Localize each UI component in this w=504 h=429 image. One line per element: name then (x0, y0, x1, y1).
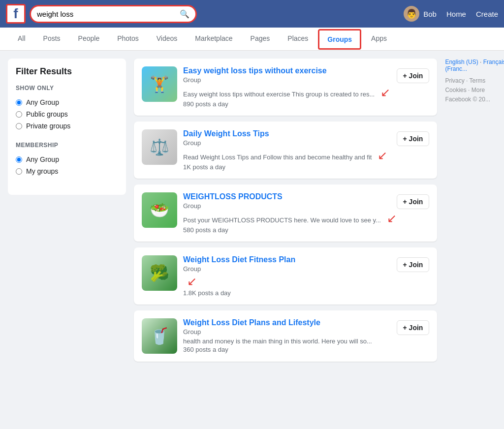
group-thumbnail-1: 🏋️ (142, 66, 177, 102)
filter-sidebar: Filter Results SHOW ONLY Any Group Publi… (8, 59, 126, 195)
group-name-2[interactable]: Daily Weight Loss Tips (183, 129, 397, 138)
filter-title: Filter Results (16, 66, 118, 77)
group-thumbnail-2: ⚖️ (142, 129, 177, 165)
show-only-section: SHOW ONLY Any Group Public groups Privat… (16, 85, 118, 132)
card-inner-1: Easy weight loss tips without exercise G… (183, 66, 429, 108)
more-link[interactable]: More (472, 87, 485, 93)
tab-people[interactable]: People (70, 28, 108, 51)
filter-public-groups-label: Public groups (26, 110, 68, 118)
filter-private-groups-label: Private groups (26, 122, 70, 130)
join-button-1[interactable]: + Join (397, 68, 430, 83)
group-type-5: Group (183, 328, 397, 336)
user-info: 👨 Bob (404, 6, 437, 22)
join-button-2[interactable]: + Join (397, 131, 430, 146)
footer-links: Privacy · Terms Cookies · More Facebook … (445, 76, 504, 105)
group-content-1: Easy weight loss tips without exercise G… (183, 66, 397, 108)
group-type-4: Group (183, 265, 397, 273)
filter-private-groups[interactable]: Private groups (16, 120, 118, 132)
privacy-link[interactable]: Privacy (445, 77, 464, 84)
card-inner-5: Weight Loss Diet Plans and Lifestyle Gro… (183, 318, 429, 353)
group-card-4: 🥦 Weight Loss Diet Fitness Plan Group ↙ … (134, 247, 437, 305)
group-card-3: 🥗 WEIGHTLOSS PRODUCTS Group Post your WE… (134, 184, 437, 242)
group-action-3: + Join (397, 192, 430, 209)
terms-link[interactable]: Terms (470, 77, 486, 84)
filter-any-group[interactable]: Any Group (16, 96, 118, 108)
show-only-label: SHOW ONLY (16, 85, 118, 92)
card-inner-2: Daily Weight Loss Tips Group Read Weight… (183, 129, 429, 171)
group-posts-4: 1.8K posts a day (183, 289, 397, 297)
lang-english[interactable]: English (US) (445, 59, 478, 65)
tab-videos[interactable]: Videos (149, 28, 186, 51)
user-name[interactable]: Bob (423, 10, 437, 18)
group-desc-3: Post your WEIGHTLOSS PRODUCTS here. We w… (183, 212, 397, 225)
create-link[interactable]: Create (476, 10, 498, 18)
cookies-link[interactable]: Cookies (445, 87, 466, 93)
avatar: 👨 (404, 6, 419, 22)
filter-public-groups[interactable]: Public groups (16, 108, 118, 120)
main-layout: Filter Results SHOW ONLY Any Group Publi… (0, 51, 504, 369)
tab-groups[interactable]: Groups (318, 29, 361, 50)
membership-my-groups[interactable]: My groups (16, 165, 118, 177)
card-inner-3: WEIGHTLOSS PRODUCTS Group Post your WEIG… (183, 192, 429, 234)
lang-separator: · (480, 59, 483, 65)
tab-pages[interactable]: Pages (243, 28, 278, 51)
arrow-icon-3: ↙ (387, 212, 397, 225)
filter-private-groups-radio[interactable] (16, 123, 22, 129)
tab-places[interactable]: Places (280, 28, 316, 51)
tab-posts[interactable]: Posts (35, 28, 68, 51)
group-posts-3: 580 posts a day (183, 226, 397, 234)
join-button-5[interactable]: + Join (397, 320, 430, 335)
membership-any-group-radio[interactable] (16, 156, 22, 163)
group-content-2: Daily Weight Loss Tips Group Read Weight… (183, 129, 397, 171)
group-type-3: Group (183, 202, 397, 210)
membership-my-groups-label: My groups (26, 167, 58, 175)
filter-public-groups-radio[interactable] (16, 111, 22, 118)
group-name-3[interactable]: WEIGHTLOSS PRODUCTS (183, 192, 397, 201)
right-sidebar: English (US) · Français (Franc... Privac… (445, 59, 504, 362)
group-card-1: 🏋️ Easy weight loss tips without exercis… (134, 59, 437, 116)
home-link[interactable]: Home (446, 10, 466, 18)
group-desc-5: health and money is the main thing in th… (183, 337, 397, 345)
arrow-icon-4: ↙ (187, 275, 197, 288)
card-inner-4: Weight Loss Diet Fitness Plan Group ↙ 1.… (183, 255, 429, 297)
tab-apps[interactable]: Apps (363, 28, 395, 51)
group-type-1: Group (183, 76, 397, 84)
group-thumbnail-3: 🥗 (142, 192, 177, 228)
membership-label: MEMBERSHIP (16, 142, 118, 149)
membership-any-group-label: Any Group (26, 155, 59, 163)
tab-photos[interactable]: Photos (109, 28, 147, 51)
group-card-2: ⚖️ Daily Weight Loss Tips Group Read Wei… (134, 122, 437, 179)
nav-tabs: All Posts People Photos Videos Marketpla… (0, 28, 504, 51)
group-action-1: + Join (397, 66, 430, 83)
membership-my-groups-radio[interactable] (16, 168, 22, 175)
group-thumbnail-5: 🥤 (142, 318, 177, 354)
group-desc-2: Read Weight Loss Tips and Follow this an… (183, 149, 397, 162)
search-bar: 🔍 (30, 5, 197, 23)
facebook-logo[interactable]: f (6, 4, 26, 24)
group-action-2: + Join (397, 129, 430, 146)
group-desc-4: ↙ (183, 275, 397, 288)
filter-any-group-radio[interactable] (16, 99, 22, 106)
tab-all[interactable]: All (10, 28, 33, 51)
header-right: 👨 Bob Home Create (404, 6, 498, 22)
join-button-4[interactable]: + Join (397, 257, 430, 272)
join-button-3[interactable]: + Join (397, 194, 430, 209)
group-posts-5: 360 posts a day (183, 346, 397, 353)
copyright: Facebook © 20... (445, 96, 490, 103)
membership-section: MEMBERSHIP Any Group My groups (16, 142, 118, 177)
tab-marketplace[interactable]: Marketplace (187, 28, 240, 51)
group-name-5[interactable]: Weight Loss Diet Plans and Lifestyle (183, 318, 397, 327)
group-content-3: WEIGHTLOSS PRODUCTS Group Post your WEIG… (183, 192, 397, 234)
group-card-5: 🥤 Weight Loss Diet Plans and Lifestyle G… (134, 310, 437, 362)
group-content-5: Weight Loss Diet Plans and Lifestyle Gro… (183, 318, 397, 353)
membership-any-group[interactable]: Any Group (16, 153, 118, 165)
group-name-4[interactable]: Weight Loss Diet Fitness Plan (183, 255, 397, 264)
search-icon: 🔍 (180, 9, 189, 19)
group-thumbnail-4: 🥦 (142, 255, 177, 291)
group-name-1[interactable]: Easy weight loss tips without exercise (183, 66, 397, 75)
group-content-4: Weight Loss Diet Fitness Plan Group ↙ 1.… (183, 255, 397, 297)
group-action-5: + Join (397, 318, 430, 335)
search-input[interactable] (37, 10, 180, 18)
group-posts-1: 890 posts a day (183, 100, 397, 108)
group-action-4: + Join (397, 255, 430, 272)
